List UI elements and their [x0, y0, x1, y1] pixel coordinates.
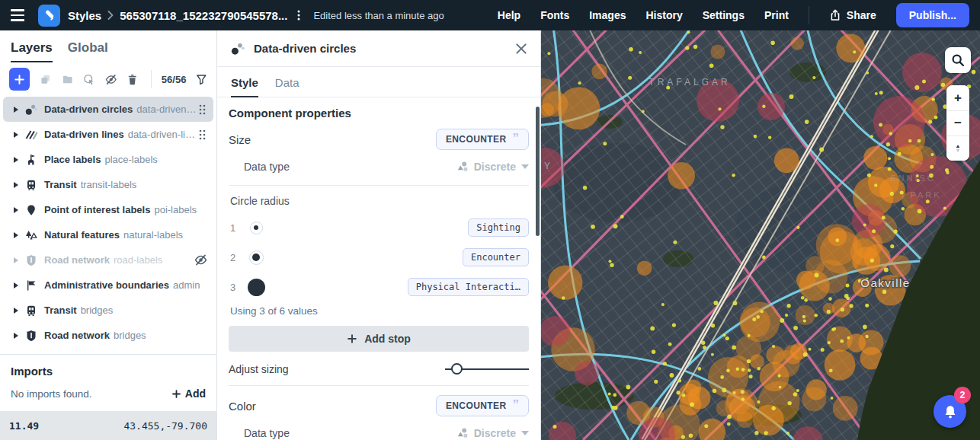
hide-layer-icon[interactable] — [105, 73, 117, 86]
panel-title: Data-driven circles — [254, 42, 356, 55]
select-data-icon[interactable] — [83, 73, 95, 86]
share-icon — [829, 9, 841, 21]
style-options-kebab-icon[interactable] — [290, 5, 307, 25]
radius-preview-1[interactable] — [245, 222, 267, 234]
quote-icon: ” — [513, 135, 520, 144]
compass-reset-button[interactable] — [946, 136, 969, 161]
share-button[interactable]: Share — [829, 9, 876, 21]
expand-caret-icon[interactable] — [14, 182, 18, 188]
color-field-chip[interactable]: ENCOUNTER ” — [436, 395, 529, 416]
tab-style[interactable]: Style — [231, 76, 258, 97]
nav-history[interactable]: History — [645, 9, 682, 21]
map-zoom-controls: + − — [946, 85, 969, 161]
stop-value-chip[interactable]: Physical Interacti… — [408, 278, 529, 296]
expand-caret-icon[interactable] — [14, 257, 18, 263]
layer-item-poi-labels[interactable]: Point of interest labels poi-labels — [3, 197, 213, 222]
chevron-right-icon — [107, 11, 114, 20]
layer-item-road-labels-hidden[interactable]: Road network road-labels — [3, 247, 213, 273]
menu-icon[interactable] — [0, 0, 35, 30]
expand-caret-icon[interactable] — [14, 132, 18, 138]
filter-icon[interactable] — [196, 73, 207, 85]
radius-stop-row-3: 3 Physical Interacti… — [230, 276, 529, 298]
city-label: Oakville — [860, 276, 910, 289]
radius-preview-2[interactable] — [245, 250, 267, 265]
transit-icon — [25, 304, 37, 317]
road-shield-icon — [25, 254, 37, 266]
plus-icon — [171, 389, 181, 399]
tab-data[interactable]: Data — [275, 76, 299, 97]
compass-icon — [953, 143, 962, 154]
nav-help[interactable]: Help — [498, 9, 520, 21]
imports-section: Imports No imports found. Add — [0, 354, 216, 410]
mapbox-studio-logo[interactable] — [38, 5, 60, 27]
expand-caret-icon[interactable] — [14, 157, 18, 163]
zoom-out-button[interactable]: − — [946, 110, 969, 136]
search-button[interactable] — [945, 47, 971, 73]
adjust-sizing-slider[interactable] — [445, 363, 529, 375]
drag-handle-icon[interactable] — [197, 104, 207, 116]
expand-caret-icon[interactable] — [14, 308, 18, 314]
notifications-badge: 2 — [954, 387, 971, 403]
circle-radius-label: Circle radius — [230, 195, 529, 207]
nav-images[interactable]: Images — [589, 9, 626, 21]
expand-caret-icon[interactable] — [14, 333, 18, 339]
layers-toolbar: 56/56 — [0, 62, 216, 95]
publish-button[interactable]: Publish... — [896, 3, 969, 27]
group-layers-icon[interactable] — [62, 73, 74, 86]
expand-caret-icon[interactable] — [14, 107, 18, 113]
district-label: TRAFALGAR — [649, 77, 730, 88]
layer-properties-panel: Data-driven circles Style Data Component… — [217, 30, 541, 440]
expand-caret-icon[interactable] — [14, 207, 18, 213]
size-field-chip[interactable]: ENCOUNTER ” — [436, 129, 529, 150]
nav-settings[interactable]: Settings — [703, 9, 745, 21]
close-icon[interactable] — [514, 42, 528, 56]
duplicate-layer-icon[interactable] — [40, 73, 52, 86]
add-layer-button[interactable] — [9, 68, 30, 91]
expand-caret-icon[interactable] — [14, 282, 18, 289]
layer-item-data-driven-lines[interactable]: Data-driven lines data-driven-lines — [3, 122, 213, 147]
zoom-in-button[interactable]: + — [946, 85, 969, 110]
values-usage-text: Using 3 of 6 values — [230, 305, 529, 317]
nav-print[interactable]: Print — [764, 9, 789, 21]
expand-caret-icon[interactable] — [14, 232, 18, 238]
size-datatype-label: Data type — [244, 161, 290, 173]
layer-item-transit-bridges[interactable]: Transit bridges — [3, 298, 213, 323]
imports-empty-text: No imports found. — [11, 388, 92, 400]
panel-scrollbar[interactable] — [536, 107, 540, 236]
nav-fonts[interactable]: Fonts — [540, 9, 569, 21]
style-name[interactable]: 565307118_152232790545578... — [120, 9, 287, 22]
stop-value-chip[interactable]: Sighting — [468, 218, 529, 237]
layers-list: Data-driven circles data-driven-circ Dat… — [0, 95, 216, 348]
size-datatype-dropdown[interactable]: Discrete — [456, 161, 529, 173]
color-label: Color — [229, 400, 256, 413]
layer-item-natural-labels[interactable]: Natural features natural-labels — [3, 222, 213, 247]
add-stop-button[interactable]: Add stop — [229, 326, 529, 352]
delete-layer-icon[interactable] — [127, 73, 139, 86]
slider-handle[interactable] — [451, 363, 463, 375]
drag-handle-icon[interactable] — [197, 129, 207, 141]
breadcrumb-styles[interactable]: Styles — [68, 9, 101, 22]
topbar-divider — [809, 6, 809, 24]
circles-layer-icon — [231, 42, 245, 56]
map-canvas[interactable]: TRAFALGAR ENNISC PARK Oakville Y + − — [541, 30, 980, 440]
layer-item-data-driven-circles[interactable]: Data-driven circles data-driven-circ — [3, 97, 213, 122]
layer-item-transit-labels[interactable]: Transit transit-labels — [3, 172, 213, 197]
imports-title: Imports — [11, 365, 206, 378]
add-import-button[interactable]: Add — [171, 387, 206, 400]
tab-global[interactable]: Global — [68, 40, 108, 62]
radius-preview-3[interactable] — [245, 279, 267, 296]
stop-value-chip[interactable]: Encounter — [463, 248, 529, 266]
size-label: Size — [229, 133, 251, 146]
eye-off-icon[interactable] — [194, 253, 207, 266]
layer-item-place-labels[interactable]: Place labels place-labels — [3, 147, 213, 172]
layer-item-road-bridges[interactable]: Road network bridges — [3, 323, 213, 348]
layer-item-admin-boundaries[interactable]: Administrative boundaries admin — [3, 273, 213, 298]
road-shield-icon — [25, 330, 37, 342]
color-datatype-dropdown[interactable]: Discrete — [456, 427, 529, 439]
tab-layers[interactable]: Layers — [11, 40, 53, 62]
flag-icon — [25, 279, 37, 292]
toolbar-divider — [151, 70, 152, 88]
discrete-shapes-icon — [456, 161, 469, 173]
park-label-line2: PARK — [910, 190, 941, 199]
zoom-level: 11.49 — [9, 420, 39, 432]
